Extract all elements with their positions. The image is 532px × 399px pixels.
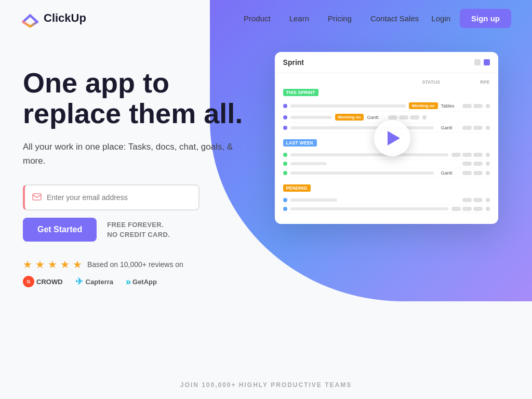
pill bbox=[451, 153, 461, 157]
task-pills bbox=[462, 198, 483, 202]
window-control-1 bbox=[474, 59, 481, 65]
logo-icon bbox=[21, 9, 39, 28]
pill bbox=[473, 153, 483, 157]
email-form: Get Started FREE FOREVER. NO CREDIT CARD… bbox=[23, 184, 254, 242]
pill bbox=[473, 162, 483, 166]
pill bbox=[462, 198, 472, 202]
get-started-button[interactable]: Get Started bbox=[23, 218, 97, 242]
email-input-wrapper bbox=[23, 184, 200, 210]
dot-end bbox=[486, 207, 490, 211]
login-link[interactable]: Login bbox=[431, 14, 450, 23]
g2-icon: G bbox=[23, 276, 34, 287]
dot-end bbox=[486, 104, 490, 108]
task-bar bbox=[290, 198, 337, 202]
task-dot bbox=[283, 104, 287, 108]
status-badge: Working on bbox=[409, 102, 438, 109]
task-dot bbox=[283, 126, 287, 130]
task-pills bbox=[451, 153, 483, 157]
pill bbox=[388, 115, 397, 119]
task-dot bbox=[283, 198, 287, 202]
reviews-section: ★ ★ ★ ★ ★ Based on 10,000+ reviews on G … bbox=[23, 258, 254, 287]
dot-end bbox=[486, 198, 490, 202]
nav-learn[interactable]: Learn bbox=[289, 14, 309, 23]
pill bbox=[462, 153, 472, 157]
pending-label: PENDING bbox=[283, 184, 311, 192]
task-pills bbox=[462, 104, 483, 108]
hero-heading: One app to replace them all. bbox=[23, 68, 254, 129]
task-row bbox=[283, 205, 490, 214]
logo-link[interactable]: ClickUp bbox=[21, 9, 86, 28]
nav-pricing[interactable]: Pricing bbox=[328, 14, 352, 23]
hero-subtext: All your work in one place: Tasks, docs,… bbox=[23, 140, 254, 168]
pill bbox=[473, 171, 483, 175]
task-row: Working on Tables bbox=[283, 100, 490, 112]
hero-left: One app to replace them all. All your wo… bbox=[23, 57, 254, 287]
play-button[interactable] bbox=[374, 120, 410, 156]
pill bbox=[399, 115, 408, 119]
task-text: Gantt bbox=[367, 115, 385, 120]
pill bbox=[462, 207, 472, 211]
task-bar bbox=[290, 207, 448, 210]
task-text: Tables bbox=[441, 103, 459, 109]
nav-product[interactable]: Product bbox=[244, 14, 271, 23]
pill bbox=[462, 162, 472, 166]
task-bar bbox=[290, 171, 434, 175]
star-2: ★ bbox=[35, 258, 45, 271]
task-text: Gantt bbox=[441, 170, 459, 176]
stars-row: ★ ★ ★ ★ ★ Based on 10,000+ reviews on bbox=[23, 258, 254, 271]
task-row: Gantt bbox=[283, 168, 490, 178]
nav-links: Product Learn Pricing Contact Sales bbox=[244, 14, 419, 23]
pill bbox=[473, 207, 483, 211]
dot-end bbox=[422, 115, 427, 119]
task-bar bbox=[290, 116, 332, 119]
task-text: Gantt bbox=[441, 125, 459, 130]
star-1: ★ bbox=[23, 258, 32, 271]
col-status-header: STATUS bbox=[393, 79, 441, 85]
this-sprint-label: THIS SPRINT bbox=[283, 89, 318, 96]
app-header: Sprint bbox=[275, 52, 498, 73]
task-dot bbox=[283, 153, 287, 157]
capterra-icon: ✈ bbox=[75, 276, 83, 287]
task-bar bbox=[290, 162, 327, 165]
task-bar bbox=[290, 153, 448, 156]
dot-end bbox=[486, 153, 490, 157]
dot-end bbox=[486, 126, 490, 130]
star-3: ★ bbox=[48, 258, 57, 271]
dot-end bbox=[486, 162, 490, 166]
capterra-badge: ✈ Capterra bbox=[75, 276, 113, 287]
g2-badge: G CROWD bbox=[23, 276, 63, 287]
last-week-label: LAST WEEK bbox=[283, 139, 317, 147]
status-badge: Working on bbox=[335, 114, 364, 121]
getapp-icon: » bbox=[126, 276, 131, 287]
free-text: FREE FOREVER. NO CREDIT CARD. bbox=[107, 220, 170, 240]
logo-text: ClickUp bbox=[44, 11, 86, 25]
task-pills bbox=[462, 126, 483, 130]
dot-end bbox=[486, 171, 490, 175]
play-triangle-icon bbox=[388, 131, 400, 145]
task-pills bbox=[451, 207, 483, 211]
task-pills bbox=[462, 162, 483, 166]
window-control-2 bbox=[484, 59, 490, 65]
signup-button[interactable]: Sign up bbox=[460, 9, 511, 28]
navbar: ClickUp Product Learn Pricing Contact Sa… bbox=[0, 0, 532, 36]
pill bbox=[451, 207, 461, 211]
review-logos: G CROWD ✈ Capterra » GetApp bbox=[23, 276, 254, 287]
sprint-section-pending: PENDING bbox=[283, 182, 490, 214]
email-input[interactable] bbox=[47, 193, 191, 202]
task-dot bbox=[283, 162, 287, 166]
getapp-badge: » GetApp bbox=[126, 276, 157, 287]
hero-right: Sprint STATUS RPE THIS SPRINT bbox=[254, 52, 509, 224]
col-headers: STATUS RPE bbox=[283, 79, 490, 87]
email-icon bbox=[32, 192, 42, 203]
col-rpe-header: RPE bbox=[442, 79, 490, 85]
svg-rect-0 bbox=[33, 194, 41, 200]
bottom-cta-text: JOIN 100,000+ HIGHLY PRODUCTIVE TEAMS bbox=[180, 381, 352, 389]
star-4: ★ bbox=[60, 258, 70, 271]
app-title: Sprint bbox=[283, 58, 304, 66]
pill bbox=[473, 126, 483, 130]
nav-contact-sales[interactable]: Contact Sales bbox=[370, 14, 419, 23]
cta-row: Get Started FREE FOREVER. NO CREDIT CARD… bbox=[23, 218, 254, 242]
task-bar bbox=[290, 126, 434, 129]
hero-section: One app to replace them all. All your wo… bbox=[0, 36, 532, 287]
pill bbox=[473, 198, 483, 202]
